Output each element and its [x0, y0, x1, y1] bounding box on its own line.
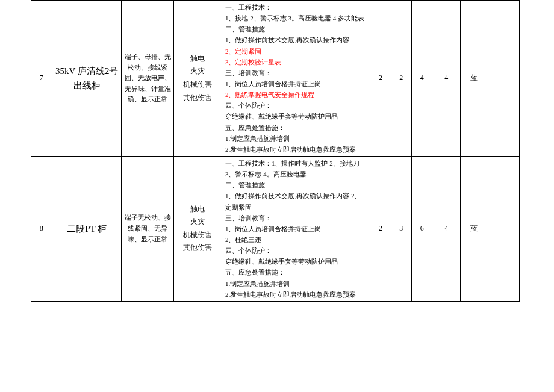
- measure-line: 2.发生触电事故时立即启动触电急救应急预案: [225, 144, 367, 155]
- measure-line: 一、工程技术：: [225, 2, 367, 13]
- cell-c3: 4: [412, 1, 432, 157]
- gap-right: [519, 156, 554, 301]
- measure-line: 二、管理措施: [225, 179, 367, 190]
- table-row: 7 35kV 庐清线2号出线柜 端子、母排、无松动、接线紧固、无放电声、无异味、…: [0, 1, 554, 157]
- cell-last: [487, 1, 519, 157]
- measure-line: 1.制定应急措施并培训: [225, 278, 367, 289]
- measure-line: 三、培训教育：: [225, 213, 367, 223]
- measure-line: 2.发生触电事故时立即启动触电急救应急预案: [225, 289, 367, 300]
- measure-line: 1、做好操作前技术交底,再次确认操作内容: [225, 34, 367, 45]
- gap-right: [519, 1, 554, 157]
- cell-hazard: 触电 火灾 机械伤害 其他伤害: [174, 1, 222, 157]
- measure-line: 1、做好操作前技术交底,再次确认操作内容 2、定期紧固: [225, 190, 367, 212]
- measure-line: 2、杜绝三违: [225, 234, 367, 245]
- cell-color: 蓝: [461, 156, 487, 301]
- measure-line: 穿绝缘鞋、戴绝缘手套等劳动防护用品: [225, 256, 367, 267]
- cell-hazard: 触电 火灾 机械伤害 其他伤害: [174, 156, 222, 301]
- cell-c2: 2: [391, 1, 411, 157]
- hazard-text: 触电 火灾 机械伤害 其他伤害: [183, 54, 212, 102]
- table-row: 8 二段PT 柜 端子无松动、接线紧固、无异味、显示正常 触电 火灾 机械伤害 …: [0, 156, 554, 301]
- measure-line: 三、培训教育：: [225, 67, 367, 78]
- cell-c4: 4: [432, 1, 461, 157]
- cell-no: 7: [31, 1, 52, 157]
- cell-c1: 2: [370, 1, 391, 157]
- cell-color: 蓝: [461, 1, 487, 157]
- cell-c3: 6: [412, 156, 432, 301]
- measure-line: 四、个体防护：: [225, 245, 367, 256]
- measure-line: 一、工程技术：1、操作时有人监护 2、接地刀 3、警示标志 4。高压验电器: [225, 158, 367, 179]
- measure-line-red: 2、定期紧固: [225, 46, 367, 57]
- gap-left: [0, 1, 31, 157]
- measure-line: 二、管理措施: [225, 23, 367, 34]
- hazard-text: 触电 火灾 机械伤害 其他伤害: [183, 205, 212, 252]
- risk-table: 7 35kV 庐清线2号出线柜 端子、母排、无松动、接线紧固、无放电声、无异味、…: [0, 0, 554, 302]
- cell-name: 35kV 庐清线2号出线柜: [52, 1, 122, 157]
- cell-no: 8: [31, 156, 52, 301]
- measure-line-red: 2、熟练掌握电气安全操作规程: [225, 89, 367, 100]
- measure-line: 四、个体防护：: [225, 100, 367, 111]
- cell-measures: 一、工程技术： 1、接地 2、警示标志 3。高压验电器 4.多功能表 二、管理措…: [222, 1, 370, 157]
- measure-line: 1.制定应急措施并培训: [225, 133, 367, 144]
- gap-left: [0, 156, 31, 301]
- cell-last: [487, 156, 519, 301]
- measure-line: 1、岗位人员培训合格并持证上岗: [225, 223, 367, 234]
- cell-c2: 3: [391, 156, 411, 301]
- cell-desc: 端子无松动、接线紧固、无异味、显示正常: [122, 156, 174, 301]
- measure-line: 五、应急处置措施：: [225, 267, 367, 278]
- cell-desc: 端子、母排、无松动、接线紧固、无放电声、无异味、计量准确、显示正常: [122, 1, 174, 157]
- measure-line: 穿绝缘鞋、戴绝缘手套等劳动防护用品: [225, 111, 367, 122]
- cell-c4: 4: [432, 156, 461, 301]
- cell-measures: 一、工程技术：1、操作时有人监护 2、接地刀 3、警示标志 4。高压验电器 二、…: [222, 156, 370, 301]
- measure-line-red: 3、定期校验计量表: [225, 57, 367, 67]
- cell-c1: 2: [370, 156, 391, 301]
- measure-line: 1、岗位人员培训合格并持证上岗: [225, 78, 367, 89]
- cell-name: 二段PT 柜: [52, 156, 122, 301]
- measure-line: 1、接地 2、警示标志 3。高压验电器 4.多功能表: [225, 13, 367, 23]
- measure-line: 五、应急处置措施：: [225, 122, 367, 133]
